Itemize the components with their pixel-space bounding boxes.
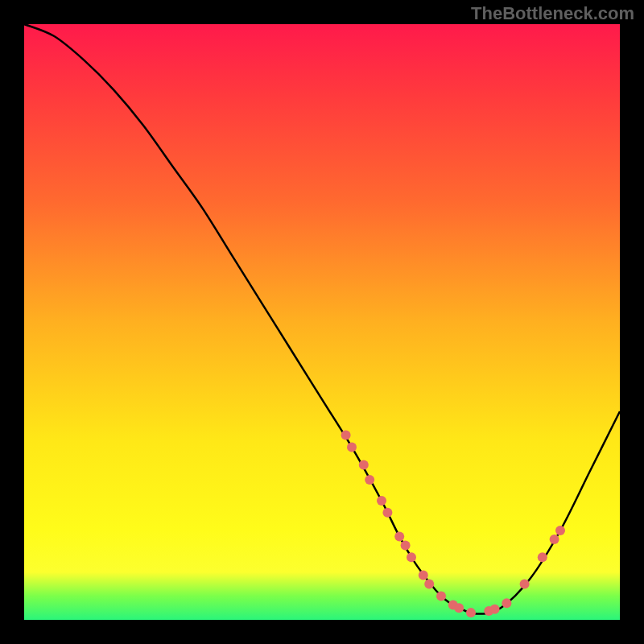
chart-dot (520, 580, 530, 589)
chart-dot (550, 535, 559, 544)
attribution-text: TheBottleneck.com (471, 3, 634, 24)
chart-dot (407, 552, 416, 562)
chart-dot (394, 531, 404, 541)
chart-data-dots (341, 431, 565, 618)
chart-dot (347, 442, 357, 452)
chart-dot (436, 591, 446, 601)
chart-dot (341, 431, 351, 440)
chart-dot (538, 552, 547, 562)
chart-curve (24, 24, 620, 614)
chart-dot (382, 508, 392, 518)
chart-area (24, 24, 620, 620)
chart-dot (419, 571, 428, 580)
chart-dot (454, 603, 464, 613)
chart-dot (377, 496, 386, 506)
chart-dot (502, 598, 511, 608)
chart-svg (24, 24, 620, 620)
chart-dot (490, 605, 500, 614)
chart-dot (424, 580, 434, 589)
chart-dot (365, 475, 374, 485)
chart-dot (555, 526, 565, 535)
chart-dot (466, 608, 476, 617)
chart-dot (359, 460, 369, 470)
chart-dot (401, 541, 411, 551)
